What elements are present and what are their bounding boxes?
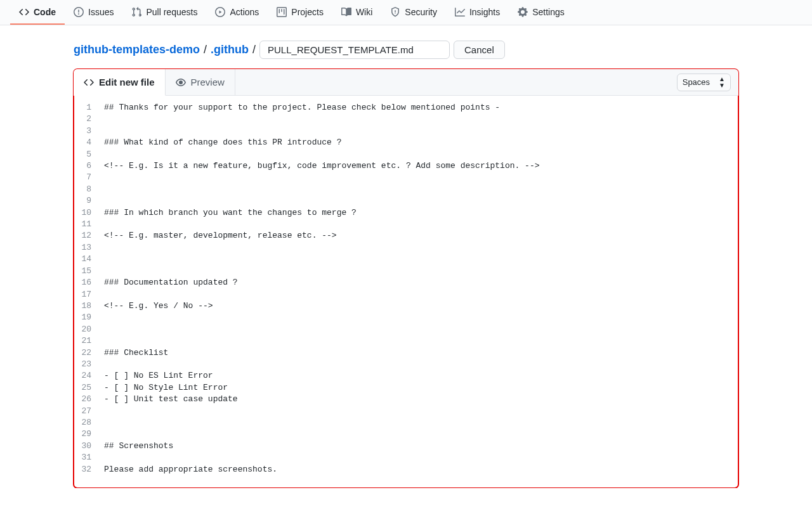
wiki-icon <box>341 7 351 17</box>
code-line: 22### Checklist <box>74 347 738 359</box>
line-number: 27 <box>74 406 102 417</box>
code-line: 16### Documentation updated ? <box>74 277 738 288</box>
nav-issues[interactable]: Issues <box>65 0 122 25</box>
line-text: - [ ] No ES Lint Error <box>102 370 738 382</box>
code-icon <box>19 7 29 17</box>
line-text <box>102 254 738 265</box>
line-text <box>102 126 738 137</box>
code-line: 7 <box>74 172 738 183</box>
nav-settings[interactable]: Settings <box>509 0 573 25</box>
line-text: <!-- E.g. Yes / No --> <box>102 300 738 312</box>
repo-nav: CodeIssuesPull requestsActionsProjectsWi… <box>0 0 812 25</box>
nav-insights[interactable]: Insights <box>446 0 509 25</box>
code-line: 8 <box>74 184 738 195</box>
line-number: 30 <box>74 441 102 452</box>
code-editor[interactable]: 1## Thanks for your support to the proje… <box>74 96 738 488</box>
line-text: - [ ] Unit test case update <box>102 394 738 405</box>
code-line: 24- [ ] No ES Lint Error <box>74 370 738 382</box>
line-number: 32 <box>74 464 102 475</box>
insights-icon <box>455 7 465 17</box>
code-line: 30## Screenshots <box>74 441 738 452</box>
line-number: 6 <box>74 160 102 172</box>
line-text <box>102 184 738 195</box>
nav-label: Security <box>405 7 437 17</box>
nav-label: Projects <box>291 7 324 17</box>
line-number: 26 <box>74 394 102 405</box>
line-number: 28 <box>74 417 102 428</box>
nav-label: Pull requests <box>146 7 197 17</box>
nav-projects[interactable]: Projects <box>268 0 332 25</box>
actions-icon <box>215 7 225 17</box>
tab-label: Preview <box>191 77 225 87</box>
line-text <box>102 289 738 300</box>
line-text: ## Screenshots <box>102 441 738 452</box>
nav-actions[interactable]: Actions <box>206 0 268 25</box>
line-number: 12 <box>74 230 102 241</box>
nav-label: Settings <box>532 7 565 17</box>
line-text <box>102 172 738 183</box>
tab-edit-new-file[interactable]: Edit new file <box>74 69 166 96</box>
breadcrumb-sep: / <box>252 43 256 56</box>
code-line: 27 <box>74 406 738 417</box>
code-line: 20 <box>74 324 738 335</box>
security-icon <box>390 7 400 17</box>
cancel-button[interactable]: Cancel <box>454 41 505 59</box>
line-text: <!-- E.g. Is it a new feature, bugfix, c… <box>102 160 738 172</box>
code-line: 19 <box>74 312 738 323</box>
line-text <box>102 312 738 323</box>
line-text <box>102 359 738 370</box>
code-line: 18<!-- E.g. Yes / No --> <box>74 300 738 312</box>
indent-mode-select[interactable]: Spaces ▲▼ <box>677 74 731 91</box>
nav-wiki[interactable]: Wiki <box>332 0 381 25</box>
code-line: 15 <box>74 266 738 277</box>
line-number: 21 <box>74 335 102 347</box>
line-text <box>102 242 738 254</box>
line-number: 8 <box>74 184 102 195</box>
breadcrumb: github-templates-demo / .github / Cancel <box>74 41 738 59</box>
breadcrumb-folder-link[interactable]: .github <box>211 43 249 56</box>
line-number: 2 <box>74 113 102 125</box>
line-number: 13 <box>74 242 102 254</box>
nav-code[interactable]: Code <box>10 0 65 25</box>
code-line: 1## Thanks for your support to the proje… <box>74 102 738 113</box>
line-number: 17 <box>74 289 102 300</box>
code-line: 3 <box>74 126 738 137</box>
line-text <box>102 406 738 417</box>
editor-tab-row: Edit new file Preview Spaces ▲▼ <box>74 69 738 96</box>
line-text: ### Checklist <box>102 347 738 359</box>
breadcrumb-repo-link[interactable]: github-templates-demo <box>74 43 200 56</box>
line-number: 10 <box>74 207 102 219</box>
line-text: ### Documentation updated ? <box>102 277 738 288</box>
line-number: 3 <box>74 126 102 137</box>
code-line: 32Please add appropriate screenshots. <box>74 464 738 475</box>
line-text: Please add appropriate screenshots. <box>102 464 738 475</box>
nav-security[interactable]: Security <box>381 0 446 25</box>
line-text <box>102 219 738 230</box>
code-line: 6<!-- E.g. Is it a new feature, bugfix, … <box>74 160 738 172</box>
code-line: 14 <box>74 254 738 265</box>
nav-label: Issues <box>88 7 114 17</box>
line-number: 24 <box>74 370 102 382</box>
line-text: - [ ] No Style Lint Error <box>102 382 738 394</box>
indent-mode-label: Spaces <box>683 77 710 87</box>
code-line: 28 <box>74 417 738 428</box>
line-text <box>102 335 738 347</box>
line-text <box>102 417 738 428</box>
line-number: 14 <box>74 254 102 265</box>
tab-label: Edit new file <box>99 77 155 87</box>
filename-input[interactable] <box>259 41 450 59</box>
line-number: 18 <box>74 300 102 312</box>
tab-preview[interactable]: Preview <box>166 69 235 95</box>
code-line: 12<!-- E.g. master, development, release… <box>74 230 738 241</box>
nav-label: Code <box>34 7 56 17</box>
line-text: ### What kind of change does this PR int… <box>102 137 738 148</box>
code-line: 9 <box>74 195 738 207</box>
line-text <box>102 113 738 125</box>
updown-icon: ▲▼ <box>719 76 725 89</box>
code-line: 2 <box>74 113 738 125</box>
nav-pull-requests[interactable]: Pull requests <box>122 0 206 25</box>
line-number: 15 <box>74 266 102 277</box>
code-line: 29 <box>74 428 738 440</box>
code-line: 21 <box>74 335 738 347</box>
code-line: 26- [ ] Unit test case update <box>74 394 738 405</box>
